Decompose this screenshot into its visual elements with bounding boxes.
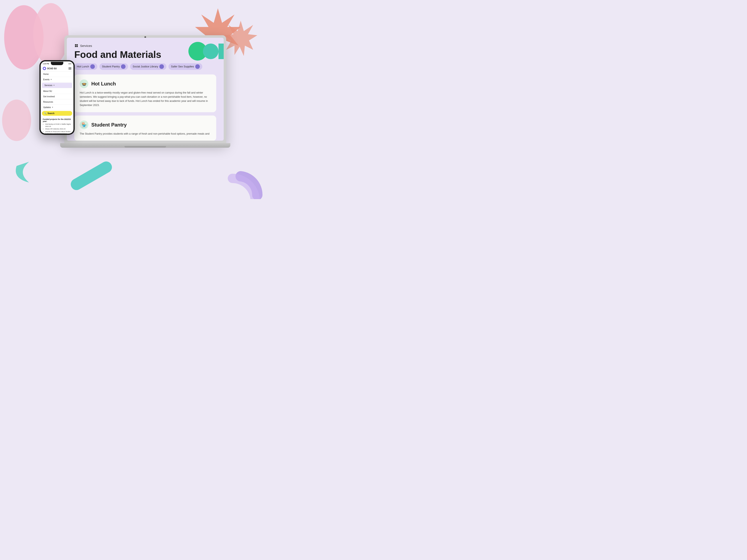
tab-label: Hot Lunch <box>77 65 89 68</box>
search-label: Search <box>48 112 54 114</box>
phone-body: 1:20 PM ●●● OCAD SU <box>40 60 75 135</box>
nav-label: About SU <box>43 90 52 92</box>
laptop-base <box>60 143 230 148</box>
deco-teal-rect <box>218 44 224 59</box>
laptop: Services Food and Materials Hot LunchStu… <box>64 35 226 152</box>
card-title: Student Pantry <box>91 122 127 128</box>
nav-item-services[interactable]: Services ▼ <box>42 83 72 88</box>
nav-label: Home <box>43 73 49 75</box>
breadcrumb-text: Services <box>80 44 92 48</box>
search-button[interactable]: 🔍 Search <box>42 111 72 116</box>
nav-item-updates[interactable]: Updates ▼ <box>41 105 74 110</box>
tab-avatar <box>121 64 126 69</box>
phone-signal: ●●● <box>69 63 72 65</box>
svg-point-4 <box>2 100 31 141</box>
phone-screen: 1:20 PM ●●● OCAD SU <box>41 61 74 134</box>
nav-label: Services <box>44 84 52 86</box>
pantry-icon: 🏪 <box>80 121 88 129</box>
home-icon <box>43 68 46 70</box>
tab-label: Student Pantry <box>102 65 120 68</box>
filter-tab[interactable]: Student Pantry <box>99 63 128 70</box>
filter-tab[interactable]: Hot Lunch <box>74 63 97 70</box>
filter-tabs: Hot LunchStudent PantrySocial Justice Li… <box>74 63 216 70</box>
screen-decoration <box>188 42 224 60</box>
phone-logo-text: OCAD SU <box>47 68 57 70</box>
svg-rect-5 <box>69 160 114 192</box>
nav-label: Events <box>43 78 50 81</box>
filter-tab[interactable]: Social Justice Library <box>130 63 166 70</box>
logo-area: OCAD SU <box>43 67 57 70</box>
nav-item-resources[interactable]: Resources <box>41 99 74 105</box>
tab-avatar <box>195 64 200 69</box>
nav-label: Updates <box>43 106 51 108</box>
nav-label: Resources <box>43 101 53 103</box>
content-title: Funded projects for the 2022/23 year: <box>43 118 71 123</box>
chevron-down-icon: ▼ <box>50 79 52 80</box>
nav-item-home[interactable]: Home <box>41 72 74 77</box>
nav-item-about[interactable]: About SU <box>41 88 74 94</box>
ocadsu-logo-icon <box>43 67 46 70</box>
filter-tab[interactable]: Safer Sex Supplies <box>169 63 202 70</box>
phone-content: Funded projects for the 2022/23 year: In… <box>41 116 74 134</box>
svg-point-10 <box>44 68 45 69</box>
list-item: Shoes Off Collective 2022-23 <box>45 128 71 130</box>
tab-label: Social Justice Library <box>133 65 158 68</box>
card-student-pantry: 🏪 Student Pantry The Student Pantry prov… <box>74 115 216 141</box>
svg-rect-9 <box>77 46 78 47</box>
svg-point-0 <box>4 5 44 70</box>
card-header: 🍲 Hot Lunch <box>80 79 211 88</box>
deco-teal-circle <box>203 44 218 59</box>
nav-label: Get involved <box>43 96 55 98</box>
grid-icon <box>74 44 78 48</box>
chevron-down-icon: ▼ <box>53 84 55 86</box>
menu-icon[interactable] <box>69 68 71 70</box>
phone-header: OCAD SU <box>41 66 74 72</box>
chevron-down-icon: ▼ <box>52 106 53 108</box>
card-hot-lunch: 🍲 Hot Lunch Hot Lunch is a twice-weekly … <box>74 75 216 112</box>
tab-avatar <box>159 64 164 69</box>
phone-notch <box>51 62 63 65</box>
nav-item-get-involved[interactable]: Get involved <box>41 94 74 99</box>
search-icon: 🔍 <box>44 112 47 114</box>
svg-point-1 <box>33 3 69 65</box>
card-title: Hot Lunch <box>91 81 116 87</box>
laptop-body: Services Food and Materials Hot LunchStu… <box>64 35 226 143</box>
svg-marker-3 <box>224 21 257 56</box>
laptop-screen: Services Food and Materials Hot LunchStu… <box>67 38 224 141</box>
content-list: InterVarsity at OCAD U Waffle Nights 202… <box>43 123 71 134</box>
nav-item-events[interactable]: Events ▼ <box>41 77 74 82</box>
phone: 1:20 PM ●●● OCAD SU <box>40 60 75 135</box>
bowl-icon: 🍲 <box>80 79 88 88</box>
phone-time: 1:20 PM <box>43 63 49 65</box>
tab-label: Safer Sex Supplies <box>171 65 194 68</box>
svg-rect-8 <box>75 46 76 47</box>
card-header: 🏪 Student Pantry <box>80 121 211 129</box>
card-body: Hot Lunch is a twice-weekly mostly vegan… <box>80 91 211 107</box>
tab-avatar <box>90 64 95 69</box>
phone-nav: Home Events ▼ Services ▼ About SU Get in… <box>41 72 74 116</box>
card-body: The Student Pantry provides students wit… <box>80 132 211 136</box>
list-item: Journal of Visual and Critical Studies P… <box>45 131 71 134</box>
list-item: InterVarsity at OCAD U Waffle Nights 202… <box>45 123 71 128</box>
svg-rect-7 <box>77 44 78 46</box>
svg-rect-6 <box>75 44 76 46</box>
